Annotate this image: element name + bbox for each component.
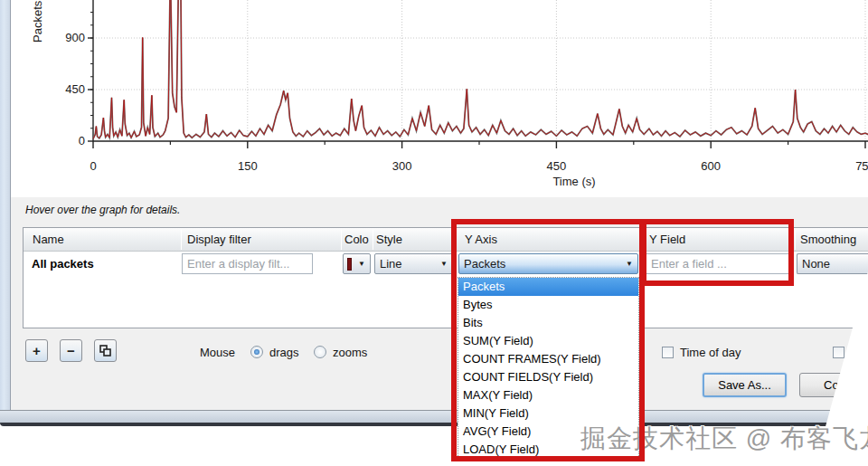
header-display-filter: Display filter <box>187 233 251 246</box>
color-combo[interactable]: ▼ <box>343 253 371 274</box>
header-separator <box>181 230 182 250</box>
chevron-down-icon: ▼ <box>436 260 452 268</box>
svg-text:450: 450 <box>547 159 567 173</box>
smoothing-value: None <box>802 257 830 271</box>
svg-text:450: 450 <box>65 82 85 96</box>
zooms-label[interactable]: zooms <box>333 346 367 359</box>
chart-panel: 01503004506007500450900Time (s)Packets <box>11 0 868 197</box>
time-of-day-checkbox[interactable] <box>662 347 674 358</box>
graph-name-cell[interactable]: All packets <box>32 257 94 271</box>
svg-text:0: 0 <box>90 159 96 173</box>
hover-hint-text: Hover over the graph for details. <box>25 204 180 216</box>
time-of-day-label[interactable]: Time of day <box>680 346 741 359</box>
svg-text:Packets: Packets <box>31 0 44 43</box>
header-smoothing: Smoothing <box>800 233 856 246</box>
header-color: Colo <box>344 233 369 246</box>
copy-icon <box>99 345 111 357</box>
mouse-label: Mouse <box>200 346 235 359</box>
log-scale-checkbox[interactable] <box>833 347 844 358</box>
svg-text:150: 150 <box>238 159 258 173</box>
drags-label[interactable]: drags <box>269 346 299 359</box>
style-combo[interactable]: Line ▼ <box>374 253 453 274</box>
style-value: Line <box>380 257 402 271</box>
annotation-rect-y-axis <box>451 219 645 461</box>
header-name: Name <box>33 233 64 246</box>
chevron-down-icon: ▼ <box>354 260 370 268</box>
smoothing-combo[interactable]: None <box>797 253 868 274</box>
remove-graph-button[interactable]: − <box>60 339 82 362</box>
svg-text:Time (s): Time (s) <box>552 175 595 188</box>
save-as-button[interactable]: Save As... <box>703 373 787 397</box>
io-graph-chart[interactable]: 01503004506007500450900Time (s)Packets <box>11 0 868 197</box>
duplicate-graph-button[interactable] <box>94 339 117 362</box>
annotation-rect-y-field <box>641 219 794 286</box>
header-separator <box>373 230 373 250</box>
svg-text:750: 750 <box>855 159 868 173</box>
header-separator <box>341 230 342 250</box>
svg-text:0: 0 <box>79 134 85 147</box>
svg-text:600: 600 <box>701 159 721 173</box>
svg-text:300: 300 <box>392 159 412 173</box>
window-left-border <box>0 0 11 423</box>
color-swatch <box>347 258 352 271</box>
mouse-zooms-radio[interactable] <box>314 346 326 358</box>
add-graph-button[interactable]: + <box>25 339 48 362</box>
header-style: Style <box>376 233 402 246</box>
header-separator <box>795 230 796 250</box>
svg-text:900: 900 <box>65 31 85 44</box>
display-filter-input[interactable] <box>182 253 313 274</box>
mouse-drags-radio[interactable] <box>250 346 263 358</box>
window-bottom-border <box>0 410 857 423</box>
